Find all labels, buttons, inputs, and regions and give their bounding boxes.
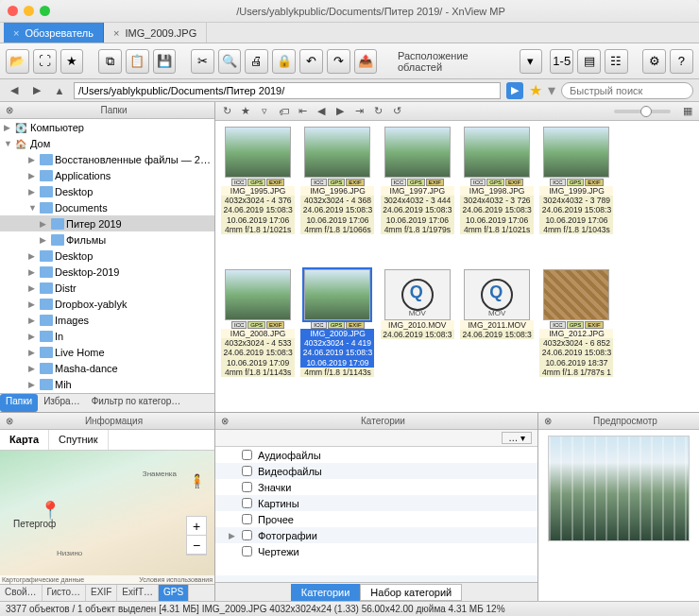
- panel-close-icon[interactable]: ⊗: [221, 416, 229, 426]
- tree-node[interactable]: ▶Applications: [0, 167, 214, 183]
- folder-tree[interactable]: ▶Компьютер▼Дом▶Восстановленные файлы — 2…: [0, 119, 214, 393]
- category-row[interactable]: Картины: [215, 495, 537, 511]
- fullscreen-button[interactable]: ⛶: [33, 49, 57, 74]
- thumb-nav-first-icon[interactable]: ⇤: [295, 104, 310, 119]
- rotate-right-button[interactable]: ↷: [327, 49, 350, 74]
- quick-search-input[interactable]: [561, 82, 693, 99]
- thumb-star-icon[interactable]: ★: [238, 104, 253, 119]
- layout-dropdown[interactable]: ▾: [520, 49, 543, 74]
- info-tab[interactable]: ExifT…: [117, 585, 159, 601]
- thumb-refresh-icon[interactable]: ↻: [219, 104, 234, 119]
- tree-node[interactable]: ▼Documents: [0, 199, 214, 215]
- thumb-nav-next-icon[interactable]: ▶: [332, 104, 348, 119]
- thumbnail-image[interactable]: MOV: [384, 269, 451, 320]
- tree-node[interactable]: ▶Dropbox-yablyk: [0, 296, 214, 312]
- category-tab[interactable]: Категории: [291, 584, 361, 601]
- thumbnail-image[interactable]: [543, 127, 609, 178]
- tree-node[interactable]: ▶In: [0, 328, 214, 344]
- nav-back-icon[interactable]: ◀: [6, 82, 23, 99]
- thumb-rotate-left-icon[interactable]: ↺: [389, 104, 404, 119]
- thumb-filter-icon[interactable]: ▿: [257, 104, 272, 119]
- panel-close-icon[interactable]: ⊗: [6, 105, 13, 115]
- zoom-out-button[interactable]: −: [187, 536, 206, 555]
- tree-node[interactable]: ▶Компьютер: [0, 119, 214, 135]
- tree-node[interactable]: ▶Masha-dance: [0, 360, 214, 376]
- thumbnail-image[interactable]: [225, 127, 291, 178]
- category-checkbox[interactable]: [242, 530, 252, 540]
- category-row[interactable]: ▶Фотографии: [215, 527, 537, 543]
- info-tab[interactable]: GPS: [159, 585, 189, 601]
- print-button[interactable]: 🖨: [245, 49, 268, 74]
- info-tab[interactable]: EXIF: [86, 585, 117, 601]
- open-button[interactable]: 📂: [6, 49, 29, 74]
- pegman-icon[interactable]: 🧍: [189, 473, 205, 488]
- find-button[interactable]: 🔍: [218, 49, 242, 74]
- thumbnail[interactable]: ICCGPSEXIF IMG_1997.JPG 3024x4032 - 3 44…: [381, 127, 454, 264]
- tree-node[interactable]: ▶Desktop: [0, 183, 214, 199]
- category-checkbox[interactable]: [242, 466, 252, 476]
- convert-button[interactable]: 🔒: [272, 49, 296, 74]
- tree-node[interactable]: ▶Live Home: [0, 344, 214, 360]
- thumb-nav-prev-icon[interactable]: ◀: [314, 104, 329, 119]
- close-tab-icon[interactable]: ×: [113, 27, 119, 39]
- close-window-button[interactable]: [8, 6, 18, 16]
- map-tab-map[interactable]: Карта: [0, 430, 49, 450]
- thumbnail-image[interactable]: [225, 269, 291, 320]
- category-row[interactable]: Чертежи: [215, 543, 537, 559]
- categories-menu-button[interactable]: … ▾: [502, 432, 532, 444]
- thumbnail[interactable]: ICCGPSEXIF IMG_2009.JPG 4032x3024 - 4 41…: [300, 269, 374, 406]
- tree-node[interactable]: ▶Desktop: [0, 248, 214, 264]
- close-tab-icon[interactable]: ×: [13, 27, 19, 39]
- thumb-tag-icon[interactable]: 🏷: [276, 104, 291, 119]
- tree-node[interactable]: ▶Питер 2019: [0, 215, 214, 231]
- thumbnail[interactable]: ICCGPSEXIF IMG_2008.JPG 4032x3024 - 4 53…: [221, 269, 295, 406]
- thumbnail[interactable]: ICCGPSEXIF IMG_1999.JPG 3024x4032 - 3 78…: [539, 127, 613, 264]
- star-icon[interactable]: ★: [529, 81, 542, 99]
- thumbnail-image[interactable]: [464, 127, 530, 178]
- category-checkbox[interactable]: [242, 498, 252, 508]
- thumbnail[interactable]: MOV IMG_2010.MOV 24.06.2019 15:08:3: [381, 269, 454, 406]
- thumbnail[interactable]: MOV IMG_2011.MOV 24.06.2019 15:08:3: [460, 269, 534, 406]
- category-checkbox[interactable]: [242, 514, 252, 524]
- category-checkbox[interactable]: [242, 482, 252, 492]
- tree-node[interactable]: ▼Дом: [0, 135, 214, 151]
- tree-node[interactable]: ▶Distr: [0, 280, 214, 296]
- tree-node[interactable]: ▶Фильмы: [0, 231, 214, 248]
- thumb-nav-last-icon[interactable]: ⇥: [351, 104, 367, 119]
- map-tab-satellite[interactable]: Спутник: [49, 430, 108, 450]
- category-row[interactable]: Прочее: [215, 511, 537, 527]
- thumbnail-image[interactable]: [304, 127, 370, 178]
- nav-up-icon[interactable]: ▲: [51, 82, 68, 99]
- thumbnail[interactable]: ICCGPSEXIF IMG_2012.JPG 4032x3024 - 6 85…: [539, 269, 613, 406]
- category-checkbox[interactable]: [242, 450, 252, 460]
- preview-image[interactable]: [548, 436, 690, 541]
- panel-close-icon[interactable]: ⊗: [544, 416, 552, 426]
- tree-node[interactable]: ▶Восстановленные файлы — 2…: [0, 151, 214, 167]
- info-tab[interactable]: Гисто…: [43, 585, 86, 601]
- tree-node[interactable]: ▶Images: [0, 312, 214, 328]
- thumb-size-slider[interactable]: [614, 110, 671, 113]
- minimize-window-button[interactable]: [24, 6, 34, 16]
- categories-list[interactable]: АудиофайлыВидеофайлыЗначкиКартиныПрочее▶…: [215, 447, 537, 582]
- left-tab[interactable]: Избра…: [38, 394, 86, 412]
- tab-image[interactable]: × IMG_2009.JPG: [104, 23, 207, 43]
- nav-fwd-icon[interactable]: ▶: [28, 82, 45, 99]
- sort-button[interactable]: 1-5: [550, 49, 573, 74]
- rotate-left-button[interactable]: ↶: [299, 49, 323, 74]
- zoom-window-button[interactable]: [40, 6, 50, 16]
- category-checkbox[interactable]: [242, 546, 252, 556]
- zoom-in-button[interactable]: +: [187, 517, 206, 536]
- view-mode-button[interactable]: ▤: [577, 49, 601, 74]
- settings-button[interactable]: ⚙: [642, 49, 666, 74]
- left-tab[interactable]: Фильтр по категор…: [86, 394, 187, 412]
- save-button[interactable]: 💾: [153, 49, 177, 74]
- tree-node[interactable]: ▶Desktop-2019: [0, 264, 214, 280]
- panel-close-icon[interactable]: ⊗: [6, 416, 13, 426]
- thumbnail-image[interactable]: [304, 269, 370, 320]
- favorite-button[interactable]: ★: [60, 49, 84, 74]
- copy-button[interactable]: ⧉: [98, 49, 122, 74]
- paste-button[interactable]: 📋: [126, 49, 149, 74]
- path-input[interactable]: [74, 82, 501, 99]
- path-go-button[interactable]: ▶: [506, 82, 523, 99]
- help-button[interactable]: ?: [670, 49, 693, 74]
